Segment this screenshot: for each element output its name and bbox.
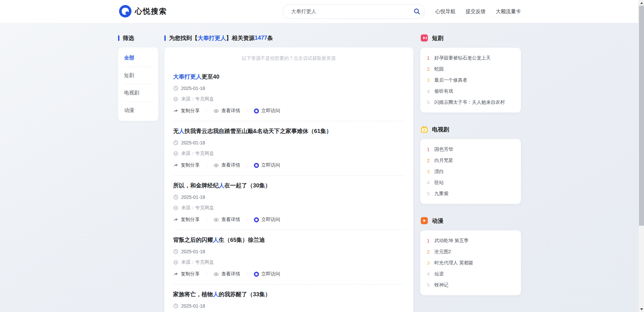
globe-icon [173, 96, 178, 102]
ranking-item-label: 沧元图2 [434, 249, 451, 255]
visit-now-label: 立即访问 [261, 108, 280, 114]
title-text: 家族将亡，植物 [173, 291, 213, 298]
result-title[interactable]: 无人扶我青云志我自踏雪至山巅&名动天下之家事难休（61集） [173, 127, 405, 135]
refresh-notice[interactable]: 以下资源不是你想要的？点击尝试获取新资源 [173, 54, 405, 61]
scrollbar-thumb[interactable] [639, 6, 644, 226]
result-date-row: 2025-01-18 [173, 303, 405, 309]
filter-item-label: 动漫 [124, 107, 134, 113]
visit-now-label: 立即访问 [261, 162, 280, 168]
filter-item-3[interactable]: 动漫 [124, 102, 152, 119]
ranking-number: 4 [426, 89, 430, 94]
filter-item-label: 电视剧 [124, 90, 139, 95]
copy-share-label: 复制分享 [181, 217, 200, 223]
summary-count: 1477 [255, 35, 267, 41]
nav-link-dataplan[interactable]: 大额流量卡 [496, 8, 521, 15]
ranking-item[interactable]: 3 漂白 [426, 166, 515, 177]
scroll-up-button[interactable] [639, 0, 644, 6]
visit-icon [254, 163, 259, 168]
search-input[interactable] [283, 4, 409, 18]
ranking-item-label: 武动乾坤 第五季 [434, 238, 469, 244]
heading-bar [164, 35, 166, 41]
result-actions: 复制分享 查看详情 立即访问 [173, 162, 405, 169]
search-button[interactable] [409, 4, 425, 19]
page-scrollbar [638, 0, 644, 312]
ranking-item[interactable]: 3 时光代理人 英都篇 [426, 257, 515, 268]
filter-item-0-active[interactable]: 全部 [124, 49, 152, 67]
ranking-item[interactable]: 2 白月梵星 [426, 155, 515, 166]
title-keyword: 人 [213, 237, 219, 243]
view-detail-label: 查看详情 [221, 162, 240, 168]
ranking-item-label: 闪婚京圈太子爷：夫人她来自农村 [434, 99, 505, 105]
ranking-item[interactable]: 1 国色芳华 [426, 144, 515, 155]
filter-item-2[interactable]: 电视剧 [124, 84, 152, 102]
result-date-row: 2025-01-18 [173, 248, 405, 255]
copy-share-button[interactable]: 复制分享 [173, 163, 207, 168]
result-title[interactable]: 大奉打更人更至40 [173, 73, 405, 81]
copy-share-button[interactable]: 复制分享 [173, 272, 207, 277]
filter-item-1[interactable]: 短剧 [124, 67, 152, 84]
scroll-down-icon [640, 308, 643, 310]
visit-now-button[interactable]: 立即访问 [247, 272, 287, 277]
result-actions: 复制分享 查看详情 立即访问 [173, 216, 405, 223]
ranking-header: 电视剧 [420, 125, 521, 134]
view-detail-label: 查看详情 [221, 271, 240, 277]
ranking-item[interactable]: 2 沧元图2 [426, 246, 515, 257]
ranking-item[interactable]: 5 牧神记 [426, 279, 515, 291]
view-detail-label: 查看详情 [221, 217, 240, 223]
result-source: 来源：夸克网盘 [181, 96, 214, 102]
ranking-number: 1 [426, 238, 430, 243]
result-title[interactable]: 背叛之后的闪耀人生（65集）徐兰迪 [173, 236, 405, 244]
title-text: 无 [173, 128, 179, 134]
ranking-item[interactable]: 2 蛇园 [426, 63, 515, 75]
ranking-number: 2 [426, 249, 430, 255]
view-detail-button[interactable]: 查看详情 [207, 217, 247, 222]
title-text: 的我苏醒了（33集） [219, 291, 271, 298]
title-keyword: 人 [213, 291, 219, 298]
view-detail-label: 查看详情 [221, 108, 240, 114]
eye-icon [213, 271, 219, 277]
ranking-item[interactable]: 4 仙逆 [426, 268, 515, 279]
ranking-item[interactable]: 4 驻站 [426, 177, 515, 188]
ranking-item[interactable]: 4 偷听有戏 [426, 86, 515, 97]
view-detail-button[interactable]: 查看详情 [207, 163, 247, 168]
clock-icon [173, 194, 178, 200]
ranking-item[interactable]: 1 好孕甜妻被钻石老公宠上天 [426, 52, 515, 63]
ranking-item[interactable]: 3 最后一个修真者 [426, 75, 515, 86]
clock-icon [173, 249, 178, 254]
top-nav: 心悦导航 提交反馈 大额流量卡 [435, 0, 521, 23]
result-source: 来源：夸克网盘 [181, 259, 214, 265]
summary-mid: 】相关资源 [226, 34, 255, 42]
ranking-item[interactable]: 5 九重紫 [426, 188, 515, 199]
site-logo[interactable]: 心悦搜索 [119, 5, 167, 17]
nav-link-daohang[interactable]: 心悦导航 [435, 8, 455, 15]
result-source-row: 来源：夸克网盘 [173, 96, 405, 102]
visit-now-button[interactable]: 立即访问 [247, 163, 287, 168]
ranking-item-label: 九重紫 [434, 191, 448, 197]
result-title[interactable]: 家族将亡，植物人的我苏醒了（33集） [173, 291, 405, 299]
eye-icon [213, 108, 219, 114]
copy-share-button[interactable]: 复制分享 [173, 108, 207, 114]
copy-share-button[interactable]: 复制分享 [173, 217, 207, 222]
title-keyword: 人 [219, 182, 224, 189]
ranking-item-label: 蛇园 [434, 66, 444, 72]
view-detail-button[interactable]: 查看详情 [207, 272, 247, 277]
ranking-item-label: 偷听有戏 [434, 88, 453, 94]
view-detail-button[interactable]: 查看详情 [207, 108, 247, 114]
nav-link-feedback[interactable]: 提交反馈 [466, 8, 486, 15]
ranking-header: 动漫 [420, 216, 521, 225]
result-source-row: 来源：夸克网盘 [173, 150, 405, 157]
filter-heading: 筛选 [118, 34, 158, 42]
clock-icon [173, 303, 178, 309]
ranking-number: 4 [426, 180, 430, 185]
ranking-item[interactable]: 5 闪婚京圈太子爷：夫人她来自农村 [426, 97, 515, 108]
result-title[interactable]: 所以，和金牌经纪人在一起了（30集） [173, 182, 405, 190]
visit-now-button[interactable]: 立即访问 [247, 108, 287, 114]
search-icon [413, 8, 421, 15]
ranking-item-label: 国色芳华 [434, 146, 453, 152]
ranking-item[interactable]: 1 武动乾坤 第五季 [426, 235, 515, 246]
share-icon [173, 271, 178, 277]
ranking-item-label: 驻站 [434, 180, 444, 186]
scroll-down-button[interactable] [639, 306, 644, 312]
share-icon [173, 217, 178, 222]
visit-now-button[interactable]: 立即访问 [247, 217, 287, 222]
